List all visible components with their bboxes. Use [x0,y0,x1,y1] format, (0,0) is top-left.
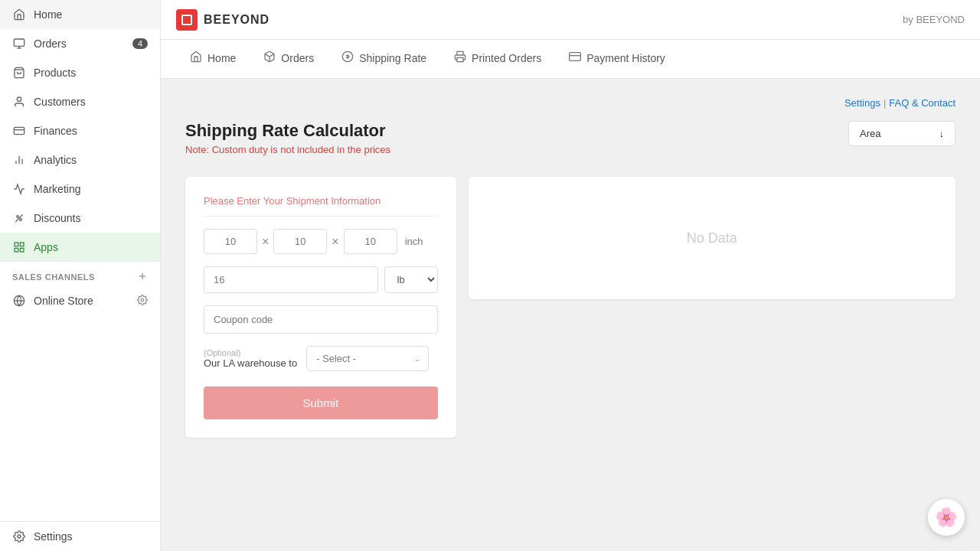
area-arrow-icon: ↓ [939,128,945,139]
sidebar-item-label: Settings [34,530,73,543]
warehouse-select-wrapper: - Select - [306,346,429,371]
printer-icon [454,51,466,66]
weight-unit-select[interactable]: lb kg [384,266,438,293]
sidebar-item-label: Analytics [34,154,77,166]
svg-point-4 [17,97,21,101]
sidebar-bottom: Settings [0,521,160,551]
sidebar-item-label: Orders [34,37,67,50]
chat-bubble-icon: 🌸 [935,507,958,528]
tab-printed-orders[interactable]: Printed Orders [440,40,555,78]
svg-rect-27 [570,53,581,61]
sidebar-item-home[interactable]: Home [0,0,160,29]
topbar: BEEYOND by BEEYOND [161,0,980,40]
sidebar-item-settings[interactable]: Settings [0,522,160,551]
tab-home-label: Home [207,52,236,64]
by-label: by BEEYOND [903,14,965,25]
tab-orders-label: Orders [281,52,314,64]
chat-bubble[interactable]: 🌸 [928,499,965,536]
house-icon [190,51,202,66]
area-label: Area [860,128,880,139]
svg-point-21 [141,298,144,302]
credit-card-icon [569,51,581,66]
nav-tabs: Home Orders Shipping Rate Printed Orders… [161,40,980,79]
dollar-circle-icon [341,51,354,66]
warehouse-optional: (Optional) [204,348,297,357]
sidebar-item-discounts[interactable]: Discounts [0,204,160,233]
svg-rect-26 [457,57,463,61]
analytics-icon [12,153,26,167]
warehouse-select[interactable]: - Select - [306,346,429,371]
tab-orders[interactable]: Orders [250,40,328,78]
tab-payment-history[interactable]: Payment History [555,40,679,78]
products-icon [12,66,26,80]
online-store-settings-icon[interactable] [137,295,148,308]
tab-home[interactable]: Home [176,40,250,78]
brand: BEEYOND [176,9,270,31]
page-note: Note: Custom duty is not included in the… [185,144,390,155]
sidebar-item-label: Apps [34,241,58,253]
dim-sep-1: × [262,235,269,249]
online-store-icon [12,294,26,308]
add-sales-channel-icon[interactable] [137,271,148,283]
submit-button[interactable]: Submit [204,386,438,419]
area-dropdown[interactable]: Area ↓ [848,121,956,146]
tab-payment-history-label: Payment History [586,52,665,64]
svg-point-10 [17,216,19,218]
svg-rect-0 [14,39,24,46]
sidebar-item-label: Customers [34,96,86,108]
sidebar-item-analytics[interactable]: Analytics [0,145,160,174]
svg-rect-15 [15,248,18,252]
weight-input[interactable] [204,266,378,293]
dimension-unit: inch [405,236,423,247]
weight-row: lb kg [204,266,438,293]
dimension-length-input[interactable] [204,229,257,254]
brand-name: BEEYOND [204,13,270,27]
settings-icon [12,530,26,543]
svg-point-22 [18,535,21,538]
no-data-panel: No Data [469,177,956,299]
warehouse-row: (Optional) Our LA warehouse to - Select … [204,346,438,371]
warehouse-label: Our LA warehouse to [204,357,297,369]
sidebar-item-finances[interactable]: Finances [0,116,160,145]
sidebar-item-marketing[interactable]: Marketing [0,174,160,204]
sales-channels-section: SALES CHANNELS [0,262,160,286]
sidebar-item-label: Online Store [34,295,93,307]
customers-icon [12,95,26,109]
tab-shipping-rate[interactable]: Shipping Rate [328,40,440,78]
sidebar-item-products[interactable]: Products [0,58,160,87]
shipping-form-card: Please Enter Your Shipment Information ×… [185,177,456,438]
svg-rect-13 [15,243,18,246]
brand-logo-inner [181,15,192,25]
sidebar-item-label: Discounts [34,212,80,224]
marketing-icon [12,182,26,196]
svg-rect-16 [20,248,24,252]
no-data-text: No Data [687,230,737,246]
sidebar-item-label: Finances [34,125,77,137]
faq-link[interactable]: FAQ & Contact [889,97,956,109]
dimension-height-input[interactable] [344,229,397,254]
svg-point-11 [20,219,22,221]
discounts-icon [12,211,26,225]
sidebar-item-label: Products [34,67,76,79]
sidebar-item-apps[interactable]: Apps [0,233,160,262]
sidebar-item-online-store[interactable]: Online Store [0,286,160,315]
finances-icon [12,124,26,138]
home-icon [12,8,26,21]
orders-icon [12,37,26,51]
tab-printed-orders-label: Printed Orders [472,52,541,64]
sidebar-item-orders[interactable]: Orders 4 [0,29,160,58]
page-title: Shipping Rate Calculator [185,121,390,141]
sidebar-item-customers[interactable]: Customers [0,87,160,116]
form-divider [204,216,438,217]
settings-link-bar: Settings | FAQ & Contact [185,97,956,109]
svg-rect-14 [20,243,24,246]
apps-icon [12,240,26,254]
sidebar-item-label: Home [34,8,62,21]
box-icon [263,51,276,66]
content-grid: Please Enter Your Shipment Information ×… [185,177,956,438]
sidebar: Home Orders 4 Products Customers Finance… [0,0,161,551]
orders-badge: 4 [132,38,148,49]
settings-link[interactable]: Settings [844,97,880,109]
dimension-width-input[interactable] [273,229,327,254]
coupon-input[interactable] [204,305,438,334]
